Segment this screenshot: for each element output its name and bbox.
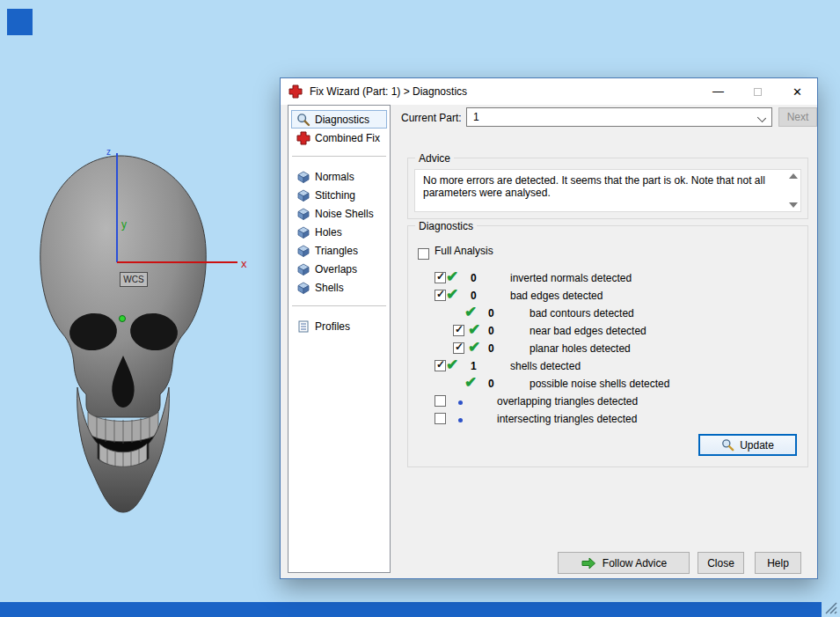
maximize-button[interactable] xyxy=(738,78,778,105)
row-count: 0 xyxy=(471,272,477,284)
row-checkbox[interactable] xyxy=(453,325,464,336)
sidebar-item-diagnostics[interactable]: Diagnostics xyxy=(291,110,387,129)
coordinate-axes: z y x xyxy=(88,141,264,343)
row-label: intersecting triangles detected xyxy=(497,413,637,425)
update-button[interactable]: Update xyxy=(698,434,797,456)
full-analysis-option: Full Analysis xyxy=(418,245,493,257)
advice-scrollbar[interactable] xyxy=(785,170,800,211)
full-analysis-label: Full Analysis xyxy=(435,245,493,257)
ok-check-icon: ✔ xyxy=(446,356,458,374)
cube-icon xyxy=(296,281,310,295)
close-dialog-button[interactable]: Close xyxy=(698,552,744,574)
sidebar-item-label: Stitching xyxy=(315,189,355,202)
advice-text: No more errors are detected. It seems th… xyxy=(415,170,785,211)
diagnostic-row: ✔ 0 inverted normals detected xyxy=(408,269,807,287)
next-button[interactable]: Next xyxy=(778,107,817,127)
row-label: bad edges detected xyxy=(510,290,603,302)
ok-check-icon: ✔ xyxy=(446,285,458,304)
sidebar-item-noise-shells[interactable]: Noise Shells xyxy=(291,204,387,223)
magnifier-icon xyxy=(296,113,310,127)
sidebar-item-profiles[interactable]: Profiles xyxy=(291,317,387,335)
resize-grip-icon[interactable] xyxy=(822,599,839,616)
red-cross-icon xyxy=(289,84,303,99)
minimize-button[interactable]: — xyxy=(698,78,738,105)
sidebar-separator xyxy=(292,156,386,157)
magnifier-icon xyxy=(721,438,734,452)
row-label: shells detected xyxy=(510,360,581,372)
chevron-down-icon xyxy=(757,114,766,122)
pending-dot-icon xyxy=(458,400,463,405)
origin-marker xyxy=(119,315,126,322)
diagnostic-row: ✔ 0 possible noise shells detected xyxy=(408,375,807,393)
update-button-label: Update xyxy=(740,439,774,452)
fix-wizard-dialog: Fix Wizard (Part: 1) > Diagnostics — ✕ D… xyxy=(280,77,818,579)
z-axis-label: z xyxy=(106,147,111,157)
sidebar-item-triangles[interactable]: Triangles xyxy=(291,241,387,260)
row-checkbox[interactable] xyxy=(435,395,446,407)
profiles-icon xyxy=(296,320,310,334)
row-count: 0 xyxy=(471,290,477,302)
ok-check-icon: ✔ xyxy=(464,373,477,392)
cube-icon xyxy=(296,244,310,258)
row-checkbox[interactable] xyxy=(435,360,446,371)
sidebar-item-stitching[interactable]: Stitching xyxy=(291,186,387,204)
cube-icon xyxy=(296,188,310,202)
advice-group: Advice No more errors are detected. It s… xyxy=(407,158,808,219)
diagnostic-row: ✔ 0 bad contours detected xyxy=(408,305,807,322)
row-count: 0 xyxy=(488,307,494,320)
sidebar-item-label: Normals xyxy=(315,171,354,183)
sidebar-item-label: Profiles xyxy=(315,320,350,333)
current-part-label: Current Part: xyxy=(401,112,462,124)
row-label: possible noise shells detected xyxy=(530,378,669,390)
desktop-bottom-bar xyxy=(0,602,822,617)
row-label: bad contours detected xyxy=(530,307,634,320)
ok-check-icon: ✔ xyxy=(464,303,477,321)
close-button[interactable]: ✕ xyxy=(778,78,817,105)
row-label: planar holes detected xyxy=(530,342,631,355)
row-checkbox[interactable] xyxy=(435,272,446,283)
scroll-down-icon[interactable] xyxy=(789,202,798,208)
cube-icon xyxy=(296,170,310,184)
sidebar-item-label: Diagnostics xyxy=(315,114,369,126)
diagnostics-group: Diagnostics Full Analysis ✔ 0 inverted n… xyxy=(407,225,808,467)
wcs-label: WCS xyxy=(120,272,148,287)
y-axis-label: y xyxy=(121,218,127,231)
row-label: near bad edges detected xyxy=(530,325,646,337)
sidebar-item-label: Holes xyxy=(315,226,342,239)
sidebar-item-combined-fix[interactable]: Combined Fix xyxy=(291,129,387,147)
cube-icon xyxy=(296,207,310,221)
sidebar-item-normals[interactable]: Normals xyxy=(291,167,387,186)
diagnostic-row: intersecting triangles detected xyxy=(408,410,807,428)
sidebar-item-label: Overlaps xyxy=(315,263,357,275)
ok-check-icon: ✔ xyxy=(468,338,480,356)
minimize-icon: — xyxy=(712,87,724,96)
row-label: overlapping triangles detected xyxy=(497,395,638,408)
row-count: 0 xyxy=(488,378,494,390)
wizard-sidebar: Diagnostics Combined Fix Normals Stitchi xyxy=(288,105,391,573)
scroll-up-icon[interactable] xyxy=(789,173,798,179)
advice-textbox[interactable]: No more errors are detected. It seems th… xyxy=(414,169,801,212)
red-cross-icon xyxy=(296,131,310,145)
3d-viewport[interactable]: z y x WCS xyxy=(0,0,280,602)
current-part-value: 1 xyxy=(473,111,479,123)
sidebar-item-label: Shells xyxy=(315,282,344,294)
diagnostics-group-title: Diagnostics xyxy=(415,220,477,232)
row-checkbox[interactable] xyxy=(435,290,446,301)
row-label: inverted normals detected xyxy=(510,272,632,284)
full-analysis-checkbox[interactable] xyxy=(418,248,429,260)
sidebar-item-holes[interactable]: Holes xyxy=(291,223,387,241)
sidebar-item-overlaps[interactable]: Overlaps xyxy=(291,260,387,278)
title-bar[interactable]: Fix Wizard (Part: 1) > Diagnostics — ✕ xyxy=(281,78,817,105)
follow-advice-button[interactable]: Follow Advice xyxy=(558,552,690,574)
current-part-dropdown[interactable]: 1 xyxy=(466,107,772,127)
diagnostic-row: overlapping triangles detected xyxy=(408,393,807,410)
cube-icon xyxy=(296,225,310,239)
help-button[interactable]: Help xyxy=(755,552,801,574)
sidebar-item-shells[interactable]: Shells xyxy=(291,278,387,297)
advice-line-2: parameters were analysed. xyxy=(423,187,778,199)
cube-icon xyxy=(296,262,310,276)
row-checkbox[interactable] xyxy=(435,413,446,424)
row-checkbox[interactable] xyxy=(453,342,464,354)
sidebar-item-label: Noise Shells xyxy=(315,208,374,220)
advice-group-title: Advice xyxy=(415,152,454,165)
